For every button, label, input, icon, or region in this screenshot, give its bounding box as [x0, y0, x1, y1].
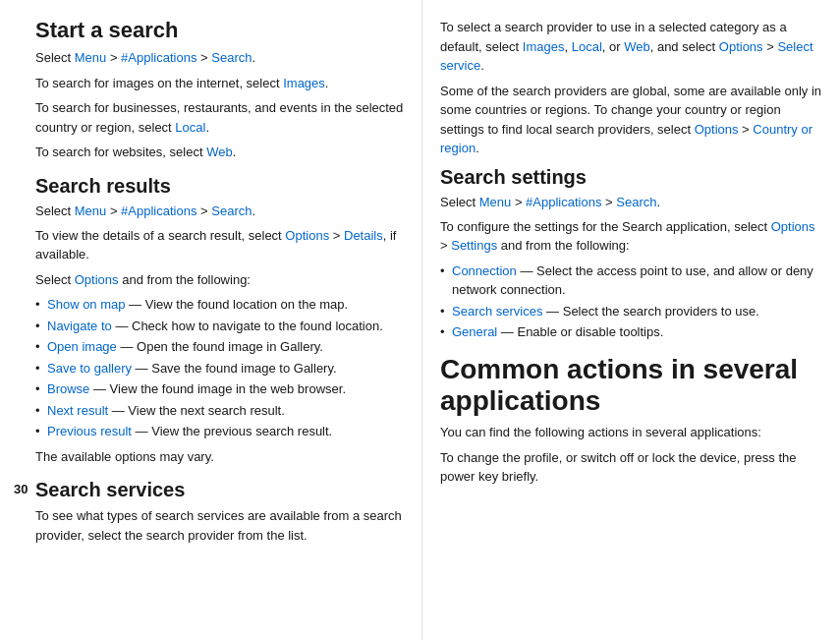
- images-link: Images: [283, 76, 325, 90]
- navigate-to-desc: — Check how to navigate to the found loc…: [112, 319, 383, 333]
- settings-bullets: Connection — Select the access point to …: [440, 262, 822, 342]
- show-on-map-desc: — View the found location on the map.: [126, 297, 349, 312]
- local-link-r: Local: [572, 39, 602, 54]
- options-link-s: Options: [771, 219, 815, 234]
- options-link-r: Options: [719, 39, 763, 54]
- save-to-gallery-term: Save to gallery: [47, 361, 132, 376]
- search-results-section: Search results Select Menu > #Applicatio…: [35, 174, 404, 467]
- search-link-s: Search: [616, 195, 656, 209]
- page-number: 30: [14, 482, 28, 496]
- search-settings-title: Search settings: [440, 165, 822, 189]
- browse-desc: — View the found image in the web browse…: [89, 381, 346, 396]
- previous-result-item: Previous result — View the previous sear…: [35, 422, 404, 441]
- general-item: General — Enable or disable tooltips.: [440, 322, 822, 342]
- local-link: Local: [175, 120, 205, 135]
- search-services-title: Search services: [35, 478, 404, 501]
- search-link: Search: [211, 50, 252, 65]
- options-link: Options: [285, 228, 329, 243]
- global-providers-text: Some of the search providers are global,…: [440, 82, 822, 158]
- general-term: General: [452, 324, 497, 339]
- applications-link: #Applications: [121, 50, 196, 65]
- next-result-term: Next result: [47, 403, 108, 418]
- previous-result-desc: — View the previous search result.: [132, 424, 332, 438]
- applications-link2: #Applications: [121, 204, 196, 218]
- previous-result-term: Previous result: [47, 424, 132, 438]
- search-services-item: Search services — Select the search prov…: [440, 302, 822, 321]
- settings-link: Settings: [451, 238, 497, 253]
- search-settings-section: Search settings Select Menu > #Applicati…: [440, 165, 822, 342]
- web-link-r: Web: [624, 39, 650, 54]
- applications-link-s: #Applications: [526, 195, 601, 209]
- details-line: To view the details of a search result, …: [35, 226, 404, 264]
- save-to-gallery-desc: — Save the found image to Gallery.: [132, 361, 337, 376]
- search-provider-intro: To select a search provider to use in a …: [440, 18, 822, 158]
- web-link: Web: [206, 145, 233, 159]
- common-actions-title: Common actions in several applications: [440, 354, 822, 417]
- options-link-r2: Options: [695, 122, 739, 137]
- search-results-menu-line: Select Menu > #Applications > Search.: [35, 203, 404, 220]
- options-intro: Select Options and from the following:: [35, 270, 404, 290]
- search-services-desc: — Select the search providers to use.: [542, 304, 758, 319]
- settings-intro: To configure the settings for the Search…: [440, 217, 822, 256]
- start-a-search-section: Start a search Select Menu > #Applicatio…: [35, 18, 404, 162]
- connection-term: Connection: [452, 263, 517, 278]
- navigate-to-item: Navigate to — Check how to navigate to t…: [35, 317, 404, 336]
- search-services-body: To see what types of search services are…: [35, 506, 404, 545]
- settings-menu-line: Select Menu > #Applications > Search.: [440, 194, 822, 211]
- select-provider-text: To select a search provider to use in a …: [440, 18, 822, 76]
- start-search-menu-line: Select Menu > #Applications > Search.: [35, 49, 404, 67]
- images-link-r: Images: [523, 39, 565, 54]
- details-link: Details: [344, 228, 383, 243]
- country-region-link: Country or region: [440, 122, 812, 156]
- open-image-term: Open image: [47, 339, 117, 354]
- menu-link: Menu: [75, 50, 107, 65]
- show-on-map-term: Show on map: [47, 297, 126, 312]
- local-line: To search for businesses, restaurants, a…: [35, 98, 404, 137]
- images-line: To search for images on the internet, se…: [35, 74, 404, 93]
- menu-link-s: Menu: [479, 195, 512, 209]
- navigate-to-term: Navigate to: [47, 319, 112, 333]
- options-vary: The available options may vary.: [35, 447, 404, 467]
- search-results-title: Search results: [35, 174, 404, 198]
- search-results-bullets: Show on map — View the found location on…: [35, 295, 404, 441]
- next-result-desc: — View the next search result.: [108, 403, 285, 418]
- connection-item: Connection — Select the access point to …: [440, 262, 822, 300]
- search-services-term: Search services: [452, 304, 542, 319]
- general-desc: — Enable or disable tooltips.: [497, 324, 663, 339]
- save-to-gallery-item: Save to gallery — Save the found image t…: [35, 359, 404, 378]
- menu-link2: Menu: [75, 204, 107, 218]
- search-link2: Search: [211, 204, 252, 218]
- common-actions-body1: You can find the following actions in se…: [440, 423, 822, 442]
- common-actions-section: Common actions in several applications Y…: [440, 354, 822, 487]
- browse-term: Browse: [47, 381, 89, 396]
- browse-item: Browse — View the found image in the web…: [35, 379, 404, 399]
- show-on-map-item: Show on map — View the found location on…: [35, 295, 404, 315]
- start-a-search-title: Start a search: [35, 18, 404, 43]
- next-result-item: Next result — View the next search resul…: [35, 401, 404, 421]
- open-image-item: Open image — Open the found image in Gal…: [35, 337, 404, 357]
- search-services-section: Search services To see what types of sea…: [35, 478, 404, 545]
- options-link2: Options: [75, 272, 119, 287]
- open-image-desc: — Open the found image in Gallery.: [117, 339, 323, 354]
- left-column: Start a search Select Menu > #Applicatio…: [0, 0, 422, 640]
- right-column: To select a search provider to use in a …: [422, 0, 840, 640]
- common-actions-body2: To change the profile, or switch off or …: [440, 448, 822, 487]
- web-line: To search for websites, select Web.: [35, 143, 404, 162]
